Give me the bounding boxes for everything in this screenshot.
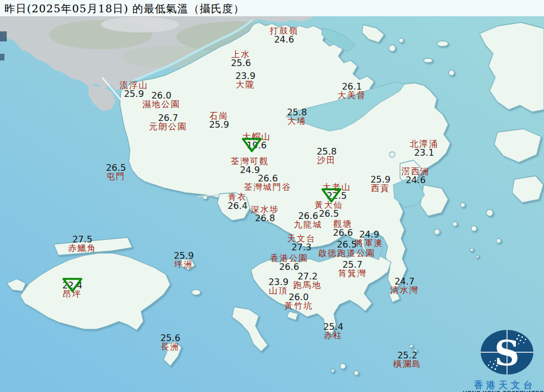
station-label: 27.5赤鱲角 [68, 235, 97, 253]
station-value: 26.1 [342, 82, 362, 91]
map-title: 昨日(2025年05月18日) 的最低氣溫（攝氏度） [4, 2, 245, 16]
station-label: 26.6九龍城 [294, 212, 323, 229]
station-name: 沙田 [317, 156, 336, 165]
station-value: 26.4 [227, 202, 248, 210]
station-label: 26.5啟德跑道公園 [318, 240, 375, 258]
station-value: 24.6 [406, 176, 426, 184]
station-name: 赤鱲角 [68, 244, 97, 253]
station-label: 香港公園26.6 [270, 254, 308, 271]
station-label: 26.6荃灣城門谷 [244, 174, 292, 192]
station-label: 大老山22.5 [323, 183, 351, 200]
station-value: 22.5 [327, 192, 347, 200]
station-value: 23.9 [235, 72, 255, 80]
station-name: 長洲 [161, 342, 180, 351]
station-label: 25.7筲箕灣 [338, 260, 367, 278]
station-value: 23.9 [268, 278, 289, 286]
hko-min-temp-map: 昨日(2025年05月18日) 的最低氣溫（攝氏度） 打鼓嶺24.6上水25.6… [0, 0, 544, 392]
station-name: 筲箕灣 [338, 269, 367, 278]
hko-logo: S 香港天文台 HONG KONG OBSERVATORY [463, 326, 544, 392]
station-value: 26.6 [333, 228, 353, 237]
station-value: 25.6 [231, 59, 251, 67]
station-name: 屯門 [106, 172, 125, 181]
hko-logo-emblem: S [463, 326, 544, 378]
station-value: 25.9 [174, 251, 194, 260]
station-label: 荃灣可觀24.9 [231, 157, 269, 174]
station-value: 27.2 [297, 272, 318, 281]
station-name: 西貢 [371, 184, 390, 193]
station-label: 25.8沙田 [317, 147, 337, 165]
station-label: 26.0濕地公園 [142, 91, 180, 109]
station-value: 25.6 [160, 334, 180, 342]
station-label: 北潭涌23.1 [410, 139, 439, 157]
station-value: 25.8 [287, 108, 307, 116]
station-label: 25.6長洲 [160, 334, 180, 351]
station-label: 大帽山19.6 [243, 132, 271, 150]
station-value: 25.4 [323, 323, 343, 331]
station-value: 24.7 [394, 277, 415, 286]
station-label: 26.5屯門 [106, 164, 126, 181]
station-value: 26.6 [279, 263, 299, 271]
station-name: 坪洲 [174, 260, 193, 269]
station-name: 濕地公園 [142, 100, 180, 109]
station-name: 荃灣城門谷 [244, 183, 292, 192]
station-label: 22.4昂坪 [62, 281, 82, 298]
station-value: 25.8 [317, 147, 337, 156]
station-label: 25.9坪洲 [174, 251, 194, 269]
station-label: 23.9大隴 [235, 72, 255, 89]
station-label: 26.1大美督 [338, 82, 366, 100]
station-value: 23.1 [414, 148, 434, 157]
station-name: 元朗公園 [149, 122, 187, 131]
station-name: 九龍城 [294, 220, 323, 229]
station-label: 26.0黃竹坑 [285, 293, 313, 310]
land-waglan [410, 344, 413, 348]
station-label: 25.9西貢 [370, 175, 390, 193]
station-label: 觀塘26.6 [333, 220, 353, 237]
station-value: 26.6 [298, 212, 318, 220]
station-name: 跑馬地 [294, 281, 322, 290]
station-value: 26.7 [158, 114, 178, 122]
station-name: 橫瀾島 [393, 360, 422, 368]
station-value: 26.0 [289, 293, 309, 301]
station-value: 27.5 [72, 235, 92, 244]
station-value: 26.8 [255, 214, 275, 222]
station-value: 24.9 [359, 230, 379, 239]
station-value: 22.4 [62, 281, 82, 290]
station-label: 27.2跑馬地 [294, 272, 322, 290]
station-label: 深水埗26.8 [251, 205, 280, 222]
station-name: 大美督 [338, 91, 366, 100]
station-value: 25.9 [370, 175, 390, 184]
station-label: 滘西洲24.6 [402, 167, 430, 184]
station-value: 25.2 [397, 351, 417, 360]
hko-logo-s: S [495, 333, 520, 374]
station-label: 石崗25.9 [209, 111, 229, 129]
station-name: 啟德跑道公園 [318, 249, 375, 258]
land-hei-ling-chau [192, 290, 201, 295]
station-label: 上水25.6 [231, 50, 251, 67]
station-label: 26.7元朗公園 [149, 114, 187, 131]
land-po-toi [340, 363, 346, 369]
station-name: 赤柱 [324, 331, 343, 340]
station-value: 27.3 [291, 243, 311, 251]
station-name: 昂坪 [63, 290, 82, 298]
station-name: 清水灣 [390, 286, 419, 295]
station-name: 大埔 [287, 116, 306, 125]
station-value: 26.5 [337, 240, 357, 249]
station-value: 24.9 [240, 166, 260, 174]
station-value: 26.6 [258, 174, 278, 183]
station-label: 天文台27.3 [287, 234, 316, 251]
station-value: 26.0 [151, 91, 171, 100]
port-area [0, 31, 7, 41]
station-value: 25.7 [342, 260, 362, 269]
station-value: 19.6 [247, 141, 267, 150]
hko-logo-name-zh: 香港天文台 [463, 381, 544, 390]
station-name: 黃竹坑 [285, 301, 313, 310]
station-label: 24.7清水灣 [390, 277, 419, 295]
station-label: 25.2橫瀾島 [393, 351, 422, 368]
station-value: 26.5 [106, 164, 126, 172]
land-ping-chau [437, 41, 448, 46]
station-label: 打鼓嶺24.6 [270, 26, 299, 44]
station-label: 25.8大埔 [287, 108, 307, 125]
station-label: 25.4赤柱 [323, 323, 343, 340]
station-value: 24.6 [274, 35, 294, 44]
hko-logo-name-en: HONG KONG OBSERVATORY [463, 390, 544, 392]
